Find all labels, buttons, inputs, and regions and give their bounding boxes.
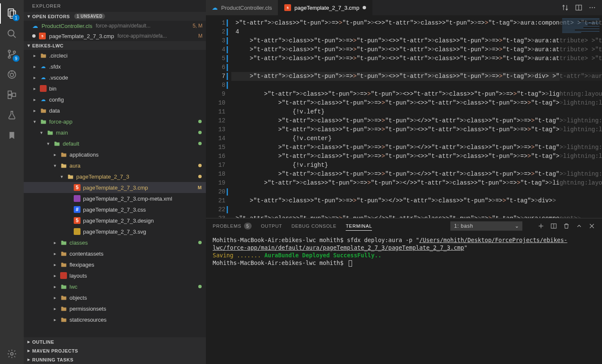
activity-search[interactable]: [0, 24, 24, 44]
tree-label: .circleci: [49, 52, 202, 59]
chevron-down-icon: ▾: [25, 43, 32, 48]
chevron-right-icon: ▸: [53, 317, 58, 323]
tree-folder[interactable]: ▾main: [24, 127, 206, 138]
svg-point-15: [11, 353, 13, 355]
cloud-icon: ☁: [40, 96, 47, 103]
chevron-right-icon: ▸: [53, 284, 58, 290]
chevron-right-icon: ▸: [53, 295, 58, 301]
editor-area[interactable]: 1234567891011121314151617181920212223 >"…: [206, 15, 602, 218]
tree-file[interactable]: #pageTemplate_2_7_3.css: [24, 204, 206, 215]
tree-folder[interactable]: ▾aura: [24, 160, 206, 171]
split-terminal-icon[interactable]: [550, 223, 557, 229]
tree-folder[interactable]: ▸.circleci: [24, 50, 206, 61]
tree-label: main: [56, 130, 196, 136]
folder-icon: [67, 173, 74, 180]
activity-settings[interactable]: [0, 344, 24, 364]
terminal-success: AuraBundle Deployed SuccessFully..: [261, 252, 381, 259]
tab-productcontroller[interactable]: ☁ ProductController.cls: [206, 0, 278, 15]
tree-file[interactable]: 5pageTemplate_2_7_3.design: [24, 215, 206, 226]
chevron-right-icon: ▸: [32, 108, 37, 113]
svg-point-20: [594, 7, 595, 8]
extensions-icon: [7, 90, 17, 100]
folder-icon: [60, 162, 67, 169]
tree-folder[interactable]: ▸☁config: [24, 94, 206, 105]
activity-bookmarks[interactable]: [0, 125, 24, 146]
tree-folder[interactable]: ▸bin: [24, 83, 206, 94]
folder-icon: [40, 118, 47, 125]
tree-folder[interactable]: ▸permissionsets: [24, 303, 206, 314]
tree-label: force-app: [49, 119, 196, 125]
tree-file[interactable]: pageTemplate_2_7_3.cmp-meta.xml: [24, 193, 206, 204]
section-running[interactable]: ▸RUNNING TASKS: [24, 355, 206, 364]
more-icon[interactable]: [588, 4, 596, 11]
xml-icon: [74, 195, 80, 202]
chevron-up-icon[interactable]: [576, 223, 583, 229]
chevron-right-icon: ▸: [53, 262, 58, 267]
main: ☁ ProductController.cls 5 pageTemplate_2…: [206, 0, 602, 364]
open-editor-item[interactable]: 5 pageTemplate_2_7_3.cmp force-app/main/…: [24, 31, 206, 41]
new-terminal-icon[interactable]: [538, 223, 544, 229]
compare-icon[interactable]: [561, 4, 569, 11]
tree-folder[interactable]: ▸contentassets: [24, 248, 206, 259]
activity-explorer[interactable]: 1: [0, 3, 24, 24]
chevron-down-icon: ▾: [25, 14, 32, 19]
svg-point-6: [14, 51, 16, 53]
chevron-down-icon: ▾: [46, 141, 51, 146]
open-editor-item[interactable]: ☁ ProductController.cls force-app/main/d…: [24, 21, 206, 31]
panel-tab-problems[interactable]: PROBLEMS 5: [213, 221, 252, 231]
flask-icon: [7, 110, 17, 120]
tree-folder[interactable]: ▾default: [24, 138, 206, 149]
activity-extensions[interactable]: [0, 85, 24, 105]
activity-debug[interactable]: [0, 64, 24, 85]
tree-label: permissionsets: [69, 306, 202, 312]
split-icon[interactable]: [575, 4, 583, 11]
minimap[interactable]: [560, 15, 602, 218]
tree-label: layouts: [69, 273, 202, 279]
terminal-body[interactable]: Mohiths-MacBook-Air:ebikes-lwc mohith$ s…: [206, 234, 602, 364]
tree-label: staticresources: [69, 317, 202, 323]
sidebar: EXPLORER ▾ OPEN EDITORS 1 UNSAVED ☁ Prod…: [24, 0, 206, 364]
trash-icon[interactable]: [563, 223, 570, 229]
tree-folder[interactable]: ▸☁.vscode: [24, 72, 206, 83]
tree-label: pageTemplate_2_7_3.cmp-meta.xml: [83, 196, 202, 202]
section-project[interactable]: ▾ EBIKES-LWC: [24, 41, 206, 50]
tree-folder[interactable]: ▸lwc: [24, 281, 206, 292]
terminal-select[interactable]: 1: bash: [450, 221, 522, 231]
tree-label: objects: [69, 295, 202, 301]
tab-pagetemplate[interactable]: 5 pageTemplate_2_7_3.cmp: [278, 0, 372, 15]
svg-point-8: [10, 73, 14, 77]
chevron-right-icon: ▸: [32, 53, 37, 58]
tree-folder[interactable]: ▸classes: [24, 237, 206, 248]
tree-folder[interactable]: ▸data: [24, 105, 206, 116]
section-outline[interactable]: ▸OUTLINE: [24, 337, 206, 346]
tree-folder[interactable]: ▸objects: [24, 292, 206, 303]
activity-scm[interactable]: 9: [0, 44, 24, 64]
bookmark-icon: [7, 131, 17, 140]
close-icon[interactable]: [588, 223, 595, 229]
search-icon: [7, 29, 17, 39]
explorer-badge: 1: [13, 14, 19, 21]
tree-file[interactable]: 5pageTemplate_2_7_3.cmpM: [24, 182, 206, 193]
tree-folder[interactable]: ▸staticresources: [24, 314, 206, 325]
tree-folder[interactable]: ▸☁.sfdx: [24, 61, 206, 72]
folder-icon: [47, 129, 53, 136]
panel-tab-debug[interactable]: DEBUG CONSOLE: [291, 222, 336, 230]
html5-icon: 5: [39, 33, 46, 39]
git-added-dot: [198, 142, 202, 145]
tree-file[interactable]: pageTemplate_2_7_3.svg: [24, 226, 206, 237]
html5-icon: 5: [74, 217, 80, 224]
tree-label: aura: [69, 163, 196, 169]
tree-folder[interactable]: ▾pageTemplate_2_7_3: [24, 171, 206, 182]
panel-tab-output[interactable]: OUTPUT: [261, 222, 282, 230]
activity-test[interactable]: [0, 105, 24, 125]
code-content[interactable]: >"t-attr">>class>>"t-pun">>=>>"t-pun">><…: [231, 15, 602, 218]
section-open-editors[interactable]: ▾ OPEN EDITORS 1 UNSAVED: [24, 12, 206, 21]
section-maven[interactable]: ▸MAVEN PROJECTS: [24, 346, 206, 355]
tree-folder[interactable]: ▸flexipages: [24, 259, 206, 270]
tree-folder[interactable]: ▾force-app: [24, 116, 206, 127]
chevron-right-icon: ▸: [53, 251, 58, 256]
chevron-right-icon: ▸: [32, 64, 37, 69]
tree-folder[interactable]: ▸layouts: [24, 270, 206, 281]
tree-folder[interactable]: ▸applications: [24, 149, 206, 160]
panel-tab-terminal[interactable]: TERMINAL: [346, 222, 372, 231]
